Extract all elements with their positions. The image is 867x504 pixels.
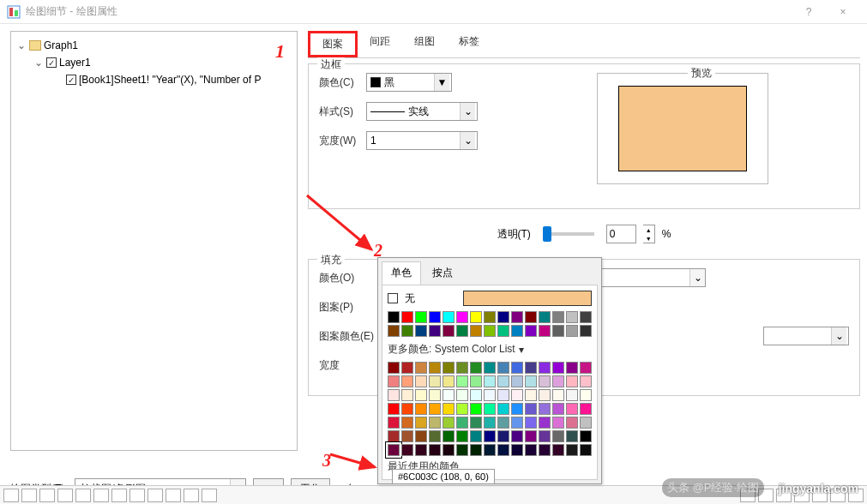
color-cell[interactable] xyxy=(511,403,523,415)
color-cell[interactable] xyxy=(539,325,551,337)
color-cell[interactable] xyxy=(401,417,413,429)
color-cell[interactable] xyxy=(566,389,578,401)
color-cell[interactable] xyxy=(484,417,496,429)
color-cell[interactable] xyxy=(484,430,496,442)
color-cell[interactable] xyxy=(456,311,468,323)
color-cell[interactable] xyxy=(525,325,537,337)
color-tab-single[interactable]: 单色 xyxy=(382,261,421,285)
color-cell[interactable] xyxy=(525,375,537,387)
tool-icon[interactable] xyxy=(93,489,109,502)
color-cell[interactable] xyxy=(443,311,455,323)
tool-icon[interactable] xyxy=(148,489,163,502)
color-cell[interactable] xyxy=(429,375,441,387)
color-cell[interactable] xyxy=(443,430,455,442)
color-cell[interactable] xyxy=(415,362,427,374)
color-cell[interactable] xyxy=(484,325,496,337)
transparency-slider[interactable] xyxy=(543,232,594,236)
color-cell[interactable] xyxy=(566,362,578,374)
color-cell[interactable] xyxy=(470,389,482,401)
color-cell[interactable] xyxy=(429,444,441,456)
color-cell[interactable] xyxy=(552,417,564,429)
tool-icon[interactable] xyxy=(184,489,199,502)
color-cell[interactable] xyxy=(456,389,468,401)
color-cell[interactable] xyxy=(484,375,496,387)
color-cell[interactable] xyxy=(511,430,523,442)
color-cell[interactable] xyxy=(511,311,523,323)
chevron-down-icon[interactable]: ⌄ xyxy=(16,39,27,51)
color-cell[interactable] xyxy=(511,417,523,429)
tree-layer[interactable]: ⌄ ✓ Layer1 xyxy=(16,54,292,71)
color-cell[interactable] xyxy=(552,375,564,387)
slider-thumb[interactable] xyxy=(543,226,551,242)
color-cell[interactable] xyxy=(497,444,509,456)
color-cell[interactable] xyxy=(388,444,400,456)
tab-spacing[interactable]: 间距 xyxy=(358,31,402,57)
transparency-spinner[interactable]: ▲▼ xyxy=(643,225,655,243)
color-cell[interactable] xyxy=(484,362,496,374)
color-cell[interactable] xyxy=(415,403,427,415)
color-cell[interactable] xyxy=(401,311,413,323)
color-cell[interactable] xyxy=(497,325,509,337)
color-cell[interactable] xyxy=(456,325,468,337)
color-cell[interactable] xyxy=(580,430,592,442)
color-cell[interactable] xyxy=(456,417,468,429)
color-cell[interactable] xyxy=(552,403,564,415)
color-cell[interactable] xyxy=(552,444,564,456)
color-cell[interactable] xyxy=(539,417,551,429)
color-cell[interactable] xyxy=(415,417,427,429)
color-cell[interactable] xyxy=(539,362,551,374)
color-cell[interactable] xyxy=(470,325,482,337)
color-cell[interactable] xyxy=(539,375,551,387)
color-cell[interactable] xyxy=(511,375,523,387)
tab-label[interactable]: 标签 xyxy=(447,31,491,57)
color-cell[interactable] xyxy=(443,417,455,429)
color-cell[interactable] xyxy=(429,417,441,429)
fill-pattern-color-select[interactable]: ⌄ xyxy=(763,327,849,345)
color-cell[interactable] xyxy=(401,430,413,442)
color-cell[interactable] xyxy=(415,375,427,387)
tool-icon[interactable] xyxy=(21,489,37,502)
color-cell[interactable] xyxy=(388,362,400,374)
color-cell[interactable] xyxy=(456,375,468,387)
color-cell[interactable] xyxy=(497,362,509,374)
more-colors-row[interactable]: 更多颜色: System Color List ▾ xyxy=(388,342,592,357)
color-cell[interactable] xyxy=(429,311,441,323)
tool-icon[interactable] xyxy=(129,489,145,502)
color-cell[interactable] xyxy=(401,403,413,415)
color-cell[interactable] xyxy=(566,311,578,323)
color-cell[interactable] xyxy=(511,362,523,374)
color-cell[interactable] xyxy=(470,362,482,374)
color-cell[interactable] xyxy=(429,403,441,415)
color-cell[interactable] xyxy=(443,362,455,374)
color-cell[interactable] xyxy=(388,430,400,442)
color-cell[interactable] xyxy=(388,325,400,337)
color-cell[interactable] xyxy=(525,444,537,456)
color-cell[interactable] xyxy=(388,417,400,429)
color-cell[interactable] xyxy=(580,389,592,401)
tool-icon[interactable] xyxy=(75,489,91,502)
color-cell[interactable] xyxy=(429,389,441,401)
color-cell[interactable] xyxy=(539,430,551,442)
color-cell[interactable] xyxy=(566,430,578,442)
color-cell[interactable] xyxy=(401,325,413,337)
color-cell[interactable] xyxy=(580,444,592,456)
color-cell[interactable] xyxy=(443,444,455,456)
color-cell[interactable] xyxy=(580,375,592,387)
color-cell[interactable] xyxy=(443,375,455,387)
color-cell[interactable] xyxy=(566,403,578,415)
color-cell[interactable] xyxy=(552,325,564,337)
color-cell[interactable] xyxy=(552,311,564,323)
color-cell[interactable] xyxy=(484,403,496,415)
color-cell[interactable] xyxy=(415,430,427,442)
color-cell[interactable] xyxy=(566,325,578,337)
chevron-down-icon[interactable]: ⌄ xyxy=(33,57,44,69)
color-cell[interactable] xyxy=(470,430,482,442)
tab-pattern[interactable]: 图案 xyxy=(308,31,358,57)
help-button[interactable]: ? xyxy=(792,0,826,24)
color-cell[interactable] xyxy=(484,389,496,401)
color-cell[interactable] xyxy=(415,311,427,323)
color-cell[interactable] xyxy=(511,444,523,456)
color-cell[interactable] xyxy=(525,403,537,415)
color-cell[interactable] xyxy=(552,430,564,442)
color-cell[interactable] xyxy=(566,417,578,429)
